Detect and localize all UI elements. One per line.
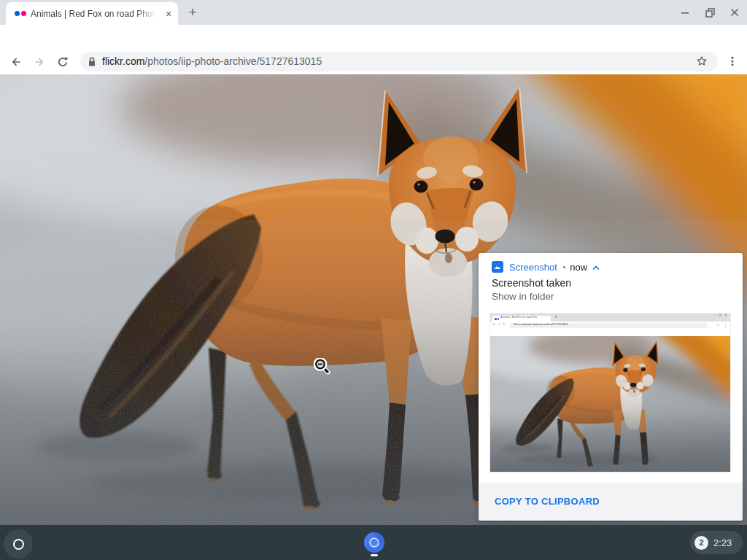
thumb-page-gap bbox=[490, 330, 730, 336]
copy-to-clipboard-button[interactable]: COPY TO CLIPBOARD bbox=[495, 483, 600, 521]
bookmark-star-icon[interactable] bbox=[696, 55, 708, 67]
thumb-nav-icons: ← → ↻ bbox=[492, 322, 506, 327]
minimize-icon bbox=[681, 8, 689, 17]
browser-window: Animals | Red Fox on road Photo ✕ + bbox=[0, 0, 747, 525]
thumb-address-bar: flickr.com/photos/iip-photo-archive/5172… bbox=[509, 323, 708, 328]
tab-close-button[interactable]: ✕ bbox=[162, 7, 175, 20]
url-text[interactable]: flickr.com/photos/iip-photo-archive/5172… bbox=[102, 52, 322, 71]
notification-title: Screenshot taken bbox=[492, 277, 571, 289]
plus-icon: + bbox=[188, 4, 196, 20]
url-path: /photos/iip-photo-archive/51727613015 bbox=[144, 55, 322, 67]
status-tray[interactable]: 2 2:23 bbox=[690, 531, 743, 554]
notification-count-badge: 2 bbox=[694, 536, 708, 550]
thumb-window-controls: – ❐ ✕ bbox=[714, 314, 728, 317]
screenshot-thumbnail[interactable]: Animals | Red Fox on road Pho + – ❐ ✕ ← … bbox=[490, 314, 730, 472]
screenshot-app-icon bbox=[492, 261, 503, 273]
thumb-toolbar: ← → ↻ flickr.com/photos/iip-photo-archiv… bbox=[490, 322, 730, 330]
tab-animals-red-fox[interactable]: Animals | Red Fox on road Photo ✕ bbox=[6, 2, 178, 25]
notification-footer: COPY TO CLIPBOARD bbox=[479, 483, 743, 521]
minimize-button[interactable] bbox=[673, 0, 697, 25]
shelf: 2 2:23 bbox=[0, 525, 747, 560]
thumb-tab-strip: Animals | Red Fox on road Pho + – ❐ ✕ bbox=[490, 314, 730, 322]
lock-icon bbox=[88, 56, 96, 68]
thumb-flickr-favicon-icon bbox=[495, 318, 499, 320]
window-controls bbox=[673, 0, 747, 25]
notification-timestamp: now bbox=[570, 262, 587, 273]
chromium-icon bbox=[364, 532, 384, 553]
flickr-favicon-icon bbox=[15, 10, 28, 17]
close-icon: ✕ bbox=[165, 9, 171, 18]
kebab-menu-icon[interactable] bbox=[727, 55, 738, 67]
thumb-fox-photo bbox=[490, 336, 730, 472]
thumb-tab: Animals | Red Fox on road Pho bbox=[492, 316, 551, 322]
new-tab-button[interactable]: + bbox=[184, 4, 201, 21]
thumb-url: flickr.com/photos/iip-photo-archive/5172… bbox=[514, 323, 568, 325]
restore-icon bbox=[705, 8, 715, 18]
notification-separator: • bbox=[563, 263, 566, 271]
launcher-button[interactable] bbox=[4, 529, 33, 559]
notification-header: Screenshot • now bbox=[492, 261, 600, 273]
restore-button[interactable] bbox=[697, 0, 722, 25]
launcher-icon bbox=[13, 539, 24, 550]
close-icon bbox=[730, 8, 739, 17]
tab-strip: Animals | Red Fox on road Photo ✕ + bbox=[0, 0, 747, 25]
thumb-plus-icon: + bbox=[554, 314, 557, 319]
clock: 2:23 bbox=[713, 537, 732, 548]
show-in-folder-link[interactable]: Show in folder bbox=[492, 291, 554, 302]
thumb-star-icon: ☆ bbox=[716, 323, 719, 327]
chromium-app-button[interactable] bbox=[363, 529, 385, 556]
thumb-tab-title: Animals | Red Fox on road Pho bbox=[500, 316, 549, 319]
screenshot-notification: Screenshot • now Screenshot taken Show i… bbox=[479, 253, 743, 521]
back-icon[interactable] bbox=[10, 56, 22, 68]
tab-title: Animals | Red Fox on road Photo bbox=[31, 9, 156, 20]
thumb-menu-icon: ⋮ bbox=[724, 323, 728, 327]
forward-icon[interactable] bbox=[34, 56, 45, 68]
close-window-button[interactable] bbox=[722, 0, 747, 25]
active-app-indicator bbox=[371, 554, 378, 556]
reload-icon[interactable] bbox=[57, 56, 69, 68]
browser-toolbar: flickr.com/photos/iip-photo-archive/5172… bbox=[0, 25, 747, 50]
notification-app-name: Screenshot bbox=[509, 262, 557, 273]
url-host: flickr.com bbox=[102, 55, 144, 67]
chevron-up-icon[interactable] bbox=[592, 265, 600, 271]
